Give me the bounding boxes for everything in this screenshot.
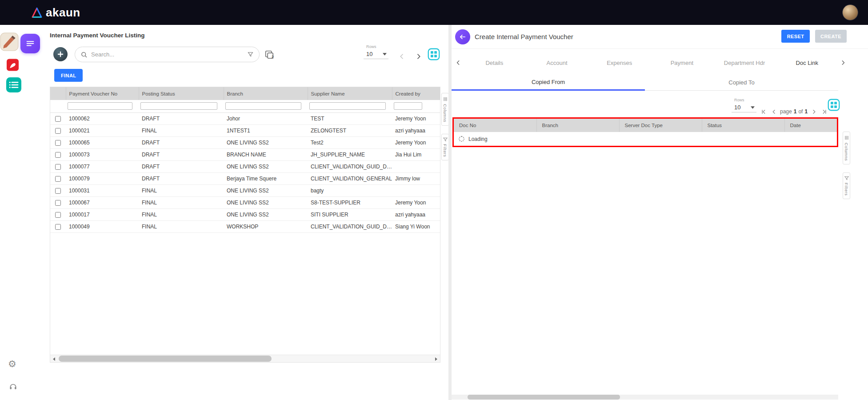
cell-voucher-no: 1000073 [66, 148, 139, 160]
tab-payment[interactable]: Payment [651, 60, 713, 66]
cell-branch: WORKSHOP [224, 220, 308, 232]
prev-page-button[interactable] [770, 108, 778, 116]
create-button[interactable]: CREATE [815, 30, 847, 43]
back-arrow-icon [459, 33, 467, 41]
table-row[interactable]: 1000065DRAFTONE LIVING SS2Test2Jeremy Yo… [50, 136, 440, 148]
row-checkbox[interactable] [55, 128, 61, 134]
table-row[interactable]: 1000017FINALONE LIVING SS2SITI SUPPLIERa… [50, 208, 440, 220]
next-page-button[interactable] [414, 52, 424, 61]
cell-posting-status: DRAFT [139, 160, 224, 172]
table-row[interactable]: 1000077DRAFTONE LIVING SS2CLIENT_VALIDAT… [50, 160, 440, 172]
cell-posting-status: DRAFT [139, 112, 224, 124]
table-row[interactable]: 1000049FINALWORKSHOPCLIENT_VALIDATION_GU… [50, 220, 440, 232]
tabs-scroll-right-button[interactable] [838, 60, 848, 66]
add-voucher-button[interactable] [53, 47, 68, 61]
user-avatar[interactable] [842, 4, 858, 20]
tab-department-hdr[interactable]: Department Hdr [713, 60, 776, 66]
tabs-scroll-left-button[interactable] [453, 60, 463, 66]
cell-branch: Johor [224, 112, 308, 124]
table-row[interactable]: 1000031FINALONE LIVING SS2bagty [50, 184, 440, 196]
chevron-left-icon [398, 53, 405, 60]
row-checkbox[interactable] [55, 140, 61, 146]
final-filter-chip[interactable]: FINAL [54, 69, 83, 82]
cell-branch: ONE LIVING SS2 [224, 208, 308, 220]
filter-input-voucher-no[interactable] [68, 102, 132, 110]
filters-side-tab[interactable]: Filters [441, 134, 449, 160]
settings-button[interactable]: ⚙ [8, 359, 16, 368]
hscroll-thumb[interactable] [59, 356, 272, 362]
subtab-copied-from[interactable]: Copied From [452, 75, 645, 91]
gear-icon: ⚙ [8, 359, 16, 369]
rows-value: 10 [734, 104, 740, 111]
rows-per-page-select[interactable]: 10 [732, 104, 756, 112]
filter-input-posting-status[interactable] [140, 102, 217, 110]
current-page-number: 1 [794, 108, 797, 115]
duplicate-window-button[interactable]: 2 [264, 49, 275, 60]
grid-view-icon [428, 48, 440, 60]
back-button[interactable] [455, 29, 470, 44]
table-row[interactable]: 1000079DRAFTBerjaya Time SquereCLIENT_VA… [50, 172, 440, 184]
next-page-button[interactable] [810, 108, 818, 116]
table-row[interactable]: 1000067FINALONE LIVING SS2S8-TEST-SUPPLI… [50, 196, 440, 208]
hscroll-thumb[interactable] [468, 395, 620, 400]
columns-side-tab[interactable]: Columns [843, 132, 850, 164]
prev-page-button[interactable] [397, 52, 407, 61]
table-row[interactable]: 1000073DRAFTBRANCH NAMEJH_SUPPLIER_NAMEJ… [50, 148, 440, 160]
rows-per-page-control: Rows 10 [732, 98, 760, 112]
sidebar-menu-toggle-button[interactable] [20, 34, 40, 53]
filter-input-supplier-name[interactable] [309, 102, 386, 110]
col-header-branch: Branch [536, 119, 619, 132]
cell-supplier-name: SITI SUPPLIER [308, 208, 392, 220]
cell-voucher-no: 1000067 [66, 196, 139, 208]
subtab-copied-to[interactable]: Copied To [645, 75, 838, 91]
last-page-button[interactable] [820, 108, 828, 116]
col-header-server-doc-type: Server Doc Type [619, 119, 702, 132]
table-row[interactable]: 1000062DRAFTJohorTESTJeremy Yoon [50, 112, 440, 124]
app-root: akaun [0, 0, 868, 400]
tab-doc-link[interactable]: Doc Link [776, 60, 838, 66]
row-checkbox[interactable] [55, 224, 61, 230]
row-checkbox[interactable] [55, 116, 61, 122]
page-word: page [780, 108, 792, 115]
filter-input-branch[interactable] [225, 102, 301, 110]
app-logo-icon[interactable] [0, 32, 19, 53]
cell-created-by [392, 184, 440, 196]
chevron-down-icon [383, 53, 387, 56]
sidebar-item-listing[interactable] [6, 77, 21, 92]
row-checkbox[interactable] [55, 188, 61, 194]
row-checkbox[interactable] [55, 212, 61, 218]
hscroll-right-arrow[interactable] [432, 355, 440, 362]
cell-posting-status: FINAL [139, 124, 224, 136]
row-checkbox[interactable] [55, 200, 61, 206]
row-checkbox[interactable] [55, 152, 61, 158]
cell-posting-status: FINAL [139, 196, 224, 208]
rows-per-page-select[interactable]: 10 [364, 50, 388, 59]
view-switcher-button[interactable] [428, 48, 440, 60]
table-row[interactable]: 1000021FINAL1NTEST1ZELONGTESTazri yahyaa… [50, 124, 440, 136]
hscroll-left-arrow[interactable] [50, 355, 58, 362]
search-input[interactable] [91, 51, 244, 58]
reset-button[interactable]: RESET [781, 30, 810, 43]
filter-funnel-icon[interactable] [247, 51, 254, 58]
columns-icon [844, 135, 849, 140]
tab-expenses[interactable]: Expenses [588, 60, 651, 66]
cell-voucher-no: 1000031 [66, 184, 139, 196]
support-button[interactable] [9, 382, 17, 392]
filter-input-created-by[interactable] [394, 102, 422, 110]
tab-account[interactable]: Account [526, 60, 588, 66]
list-icon [6, 77, 21, 92]
of-word: of [798, 108, 803, 115]
rows-value: 10 [366, 51, 372, 57]
sidebar-item-pdf[interactable] [7, 59, 19, 71]
filters-side-tab[interactable]: Filters [843, 172, 850, 199]
cell-branch: ONE LIVING SS2 [224, 184, 308, 196]
tab-details[interactable]: Details [463, 60, 526, 66]
view-switcher-button[interactable] [828, 99, 840, 111]
duplicate-window-badge: 2 [272, 55, 274, 59]
col-header-supplier-name: Supplier Name [308, 87, 392, 100]
row-checkbox[interactable] [55, 176, 61, 182]
first-page-button[interactable] [760, 108, 768, 116]
cell-supplier-name: S8-TEST-SUPPLIER [308, 196, 392, 208]
columns-side-tab[interactable]: Columns [441, 93, 449, 126]
row-checkbox[interactable] [55, 164, 61, 170]
